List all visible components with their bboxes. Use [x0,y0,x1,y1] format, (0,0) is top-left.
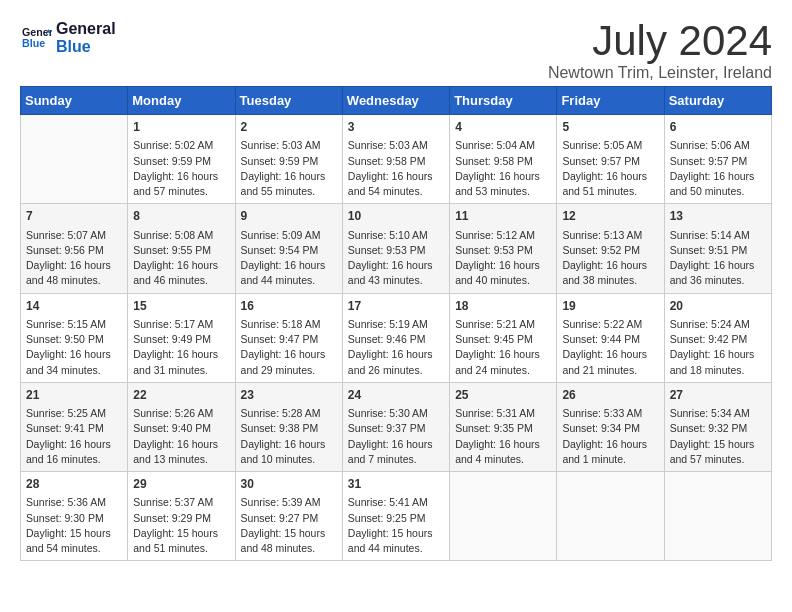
calendar-day-cell: 19Sunrise: 5:22 AMSunset: 9:44 PMDayligh… [557,293,664,382]
day-number: 5 [562,119,658,136]
calendar-day-cell: 14Sunrise: 5:15 AMSunset: 9:50 PMDayligh… [21,293,128,382]
calendar-day-cell: 16Sunrise: 5:18 AMSunset: 9:47 PMDayligh… [235,293,342,382]
day-number: 27 [670,387,766,404]
day-info-line: Sunset: 9:53 PM [348,243,444,258]
calendar-table: SundayMondayTuesdayWednesdayThursdayFrid… [20,86,772,561]
day-info-line: Sunrise: 5:04 AM [455,138,551,153]
day-info-line: and 57 minutes. [670,452,766,467]
calendar-day-cell: 18Sunrise: 5:21 AMSunset: 9:45 PMDayligh… [450,293,557,382]
day-info-line: Daylight: 15 hours [348,526,444,541]
day-number: 11 [455,208,551,225]
day-info-line: Daylight: 16 hours [26,347,122,362]
day-info-line: Sunset: 9:52 PM [562,243,658,258]
day-number: 20 [670,298,766,315]
day-info-line: and 46 minutes. [133,273,229,288]
day-info-line: Sunrise: 5:26 AM [133,406,229,421]
day-info-line: Sunrise: 5:37 AM [133,495,229,510]
day-info-line: Sunset: 9:45 PM [455,332,551,347]
month-title: July 2024 [548,20,772,62]
day-number: 9 [241,208,337,225]
day-info-line: Sunrise: 5:03 AM [348,138,444,153]
calendar-day-cell: 7Sunrise: 5:07 AMSunset: 9:56 PMDaylight… [21,204,128,293]
calendar-header-row: SundayMondayTuesdayWednesdayThursdayFrid… [21,87,772,115]
day-number: 7 [26,208,122,225]
day-info-line: Daylight: 16 hours [133,437,229,452]
day-info-line: Sunrise: 5:06 AM [670,138,766,153]
day-info-line: and 51 minutes. [562,184,658,199]
calendar-week-row: 1Sunrise: 5:02 AMSunset: 9:59 PMDaylight… [21,115,772,204]
day-info-line: Sunset: 9:57 PM [670,154,766,169]
day-info-line: and 16 minutes. [26,452,122,467]
day-info-line: Sunrise: 5:41 AM [348,495,444,510]
day-info-line: Sunrise: 5:05 AM [562,138,658,153]
day-info-line: Sunset: 9:25 PM [348,511,444,526]
day-info-line: Sunset: 9:42 PM [670,332,766,347]
day-number: 12 [562,208,658,225]
day-number: 4 [455,119,551,136]
day-info-line: Sunrise: 5:36 AM [26,495,122,510]
weekday-header-thursday: Thursday [450,87,557,115]
calendar-day-cell: 25Sunrise: 5:31 AMSunset: 9:35 PMDayligh… [450,382,557,471]
day-info-line: Daylight: 16 hours [241,169,337,184]
day-info-line: Daylight: 16 hours [133,258,229,273]
day-info-line: Sunset: 9:51 PM [670,243,766,258]
day-info-line: Sunrise: 5:25 AM [26,406,122,421]
day-info-line: and 31 minutes. [133,363,229,378]
day-number: 6 [670,119,766,136]
day-info-line: Sunset: 9:34 PM [562,421,658,436]
day-number: 26 [562,387,658,404]
day-number: 25 [455,387,551,404]
calendar-day-cell: 30Sunrise: 5:39 AMSunset: 9:27 PMDayligh… [235,472,342,561]
day-info-line: Sunset: 9:50 PM [26,332,122,347]
calendar-day-cell: 4Sunrise: 5:04 AMSunset: 9:58 PMDaylight… [450,115,557,204]
day-info-line: Daylight: 16 hours [455,347,551,362]
day-number: 8 [133,208,229,225]
calendar-week-row: 28Sunrise: 5:36 AMSunset: 9:30 PMDayligh… [21,472,772,561]
day-info-line: Sunset: 9:49 PM [133,332,229,347]
day-info-line: and 26 minutes. [348,363,444,378]
day-info-line: Sunset: 9:38 PM [241,421,337,436]
day-info-line: Daylight: 16 hours [241,347,337,362]
calendar-day-cell: 9Sunrise: 5:09 AMSunset: 9:54 PMDaylight… [235,204,342,293]
day-number: 24 [348,387,444,404]
day-info-line: Daylight: 15 hours [26,526,122,541]
day-info-line: Sunrise: 5:13 AM [562,228,658,243]
day-info-line: and 21 minutes. [562,363,658,378]
day-info-line: and 50 minutes. [670,184,766,199]
day-info-line: Daylight: 16 hours [133,347,229,362]
day-info-line: and 7 minutes. [348,452,444,467]
day-info-line: and 43 minutes. [348,273,444,288]
day-info-line: Sunset: 9:59 PM [241,154,337,169]
day-info-line: Daylight: 16 hours [348,258,444,273]
day-info-line: and 48 minutes. [26,273,122,288]
logo: General Blue General Blue [20,20,116,55]
day-number: 13 [670,208,766,225]
svg-text:Blue: Blue [22,37,45,49]
logo-icon: General Blue [20,24,52,52]
day-info-line: Sunrise: 5:24 AM [670,317,766,332]
day-info-line: Sunrise: 5:39 AM [241,495,337,510]
day-info-line: and 29 minutes. [241,363,337,378]
calendar-body: 1Sunrise: 5:02 AMSunset: 9:59 PMDaylight… [21,115,772,561]
day-info-line: and 34 minutes. [26,363,122,378]
day-info-line: Sunrise: 5:17 AM [133,317,229,332]
day-info-line: and 38 minutes. [562,273,658,288]
day-info-line: Sunrise: 5:19 AM [348,317,444,332]
day-info-line: and 55 minutes. [241,184,337,199]
weekday-header-monday: Monday [128,87,235,115]
logo-text-general: General [56,20,116,38]
day-number: 22 [133,387,229,404]
calendar-empty-cell [450,472,557,561]
day-info-line: Daylight: 16 hours [455,437,551,452]
day-info-line: Sunrise: 5:14 AM [670,228,766,243]
day-info-line: Daylight: 16 hours [562,169,658,184]
day-info-line: Daylight: 16 hours [26,258,122,273]
day-info-line: Sunset: 9:56 PM [26,243,122,258]
calendar-day-cell: 10Sunrise: 5:10 AMSunset: 9:53 PMDayligh… [342,204,449,293]
day-info-line: and 57 minutes. [133,184,229,199]
day-info-line: Sunset: 9:46 PM [348,332,444,347]
weekday-header-friday: Friday [557,87,664,115]
calendar-day-cell: 6Sunrise: 5:06 AMSunset: 9:57 PMDaylight… [664,115,771,204]
day-info-line: and 36 minutes. [670,273,766,288]
calendar-day-cell: 20Sunrise: 5:24 AMSunset: 9:42 PMDayligh… [664,293,771,382]
